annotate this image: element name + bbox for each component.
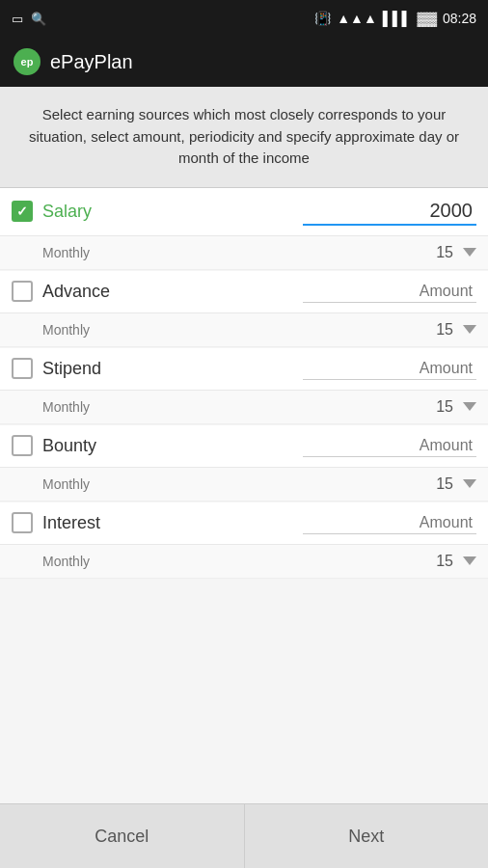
bounty-amount-input[interactable] xyxy=(303,435,476,457)
bottom-bar: Cancel Next xyxy=(0,803,488,868)
salary-periodicity-value: 15 xyxy=(436,244,453,261)
bounty-label: Bounty xyxy=(42,436,96,456)
stipend-dropdown-arrow[interactable] xyxy=(463,402,476,411)
screen-icon: ▭ xyxy=(12,12,23,26)
advance-periodicity-row: Monthly 15 xyxy=(0,313,488,347)
bounty-periodicity-label: Monthly xyxy=(42,476,436,492)
battery-icon: ▓▓ xyxy=(418,11,437,26)
stipend-amount-field xyxy=(303,358,476,380)
bounty-periodicity-right[interactable]: 15 xyxy=(436,475,476,493)
time-display: 08:28 xyxy=(443,11,476,26)
interest-dropdown-arrow[interactable] xyxy=(463,556,476,565)
bounty-periodicity-value: 15 xyxy=(436,475,453,493)
salary-label: Salary xyxy=(42,202,92,222)
salary-dropdown-arrow[interactable] xyxy=(463,248,476,257)
interest-periodicity-row: Monthly 15 xyxy=(0,545,488,579)
interest-periodicity-right[interactable]: 15 xyxy=(436,553,476,570)
income-section-stipend: Stipend Monthly 15 xyxy=(0,348,488,424)
bounty-periodicity-row: Monthly 15 xyxy=(0,468,488,502)
interest-periodicity-label: Monthly xyxy=(42,554,436,569)
interest-checkbox[interactable] xyxy=(12,512,33,533)
interest-periodicity-value: 15 xyxy=(436,553,453,570)
advance-checkbox-container: Advance xyxy=(12,281,303,302)
bounty-checkbox[interactable] xyxy=(12,435,33,456)
salary-periodicity-label: Monthly xyxy=(42,245,436,260)
advance-amount-input[interactable] xyxy=(303,281,476,303)
salary-checkbox-container: Salary xyxy=(12,201,303,222)
bounty-dropdown-arrow[interactable] xyxy=(463,479,476,488)
salary-checkbox[interactable] xyxy=(12,201,33,222)
stipend-periodicity-label: Monthly xyxy=(42,399,436,415)
interest-checkbox-container: Interest xyxy=(12,512,303,533)
income-section-interest: Interest Monthly 15 xyxy=(0,502,488,579)
advance-row: Advance xyxy=(0,271,488,313)
app-header: ep ePayPlan xyxy=(0,37,488,87)
interest-amount-field xyxy=(303,512,476,534)
advance-periodicity-right[interactable]: 15 xyxy=(436,321,476,339)
status-bar: ▭ 🔍 📳 ▲▲▲ ▌▌▌ ▓▓ 08:28 xyxy=(0,0,488,37)
stipend-label: Stipend xyxy=(42,359,101,379)
app-logo: ep xyxy=(14,48,41,75)
vibrate-icon: 📳 xyxy=(314,11,331,26)
advance-periodicity-label: Monthly xyxy=(42,322,436,338)
advance-checkbox[interactable] xyxy=(12,281,33,302)
advance-periodicity-value: 15 xyxy=(436,321,453,339)
salary-amount-field xyxy=(303,198,476,226)
income-section-advance: Advance Monthly 15 xyxy=(0,271,488,347)
income-section-salary: Salary Monthly 15 xyxy=(0,188,488,270)
search-icon: 🔍 xyxy=(31,12,46,26)
bounty-checkbox-container: Bounty xyxy=(12,435,303,456)
interest-row: Interest xyxy=(0,502,488,545)
status-left-icons: ▭ 🔍 xyxy=(12,12,46,26)
interest-label: Interest xyxy=(42,513,100,533)
bounty-amount-field xyxy=(303,435,476,457)
salary-periodicity-right[interactable]: 15 xyxy=(436,244,476,261)
income-section-bounty: Bounty Monthly 15 xyxy=(0,425,488,502)
income-list: Salary Monthly 15 Advance Monthly xyxy=(0,188,488,804)
stipend-checkbox-container: Stipend xyxy=(12,358,303,379)
description-text: Select earning sources which most closel… xyxy=(0,87,488,188)
interest-amount-input[interactable] xyxy=(303,512,476,534)
salary-row: Salary xyxy=(0,188,488,236)
stipend-amount-input[interactable] xyxy=(303,358,476,380)
status-right-icons: 📳 ▲▲▲ ▌▌▌ ▓▓ 08:28 xyxy=(314,11,476,26)
stipend-checkbox[interactable] xyxy=(12,358,33,379)
stipend-periodicity-row: Monthly 15 xyxy=(0,391,488,424)
salary-periodicity-row: Monthly 15 xyxy=(0,236,488,270)
stipend-periodicity-right[interactable]: 15 xyxy=(436,398,476,416)
app-title: ePayPlan xyxy=(50,51,133,73)
next-button[interactable]: Next xyxy=(245,804,489,868)
advance-dropdown-arrow[interactable] xyxy=(463,325,476,334)
stipend-row: Stipend xyxy=(0,348,488,391)
advance-label: Advance xyxy=(42,282,110,302)
stipend-periodicity-value: 15 xyxy=(436,398,453,416)
signal-icon: ▌▌▌ xyxy=(383,11,412,26)
salary-amount-input[interactable] xyxy=(303,198,476,226)
wifi-icon: ▲▲▲ xyxy=(337,11,377,26)
bounty-row: Bounty xyxy=(0,425,488,468)
cancel-button[interactable]: Cancel xyxy=(0,804,245,868)
advance-amount-field xyxy=(303,281,476,303)
